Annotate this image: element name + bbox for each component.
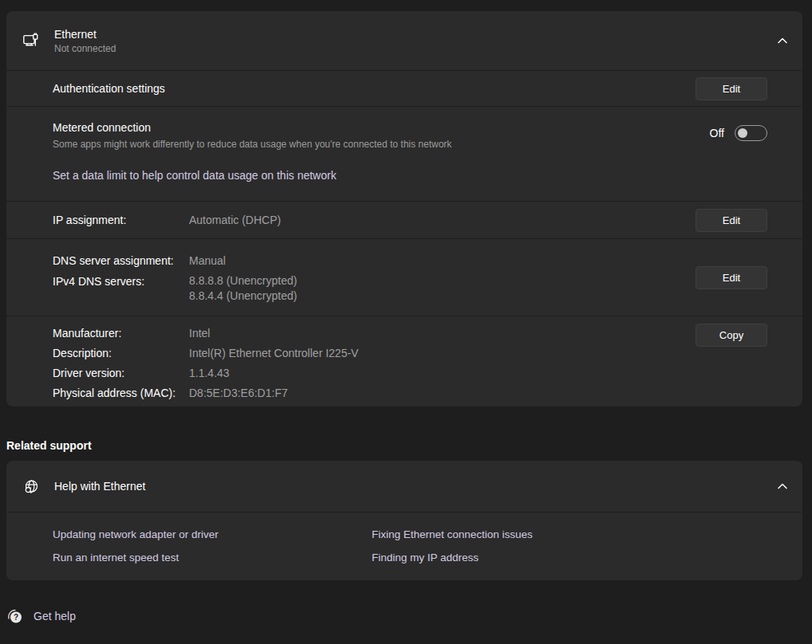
metered-toggle-state-label: Off	[710, 127, 724, 139]
ethernet-expander-header[interactable]: Ethernet Not connected	[6, 11, 802, 70]
get-help-row[interactable]: ? Get help	[6, 607, 76, 625]
help-link-speed-test[interactable]: Run an internet speed test	[53, 546, 372, 569]
manufacturer-value: Intel	[189, 324, 210, 344]
ip-assignment-value: Automatic (DHCP)	[189, 214, 281, 226]
help-link-fixing-connection[interactable]: Fixing Ethernet connection issues	[372, 523, 533, 546]
adapter-properties-row: Manufacturer: Intel Description: Intel(R…	[6, 316, 802, 402]
mac-address-label: Physical address (MAC):	[53, 383, 189, 403]
dns-assignment-row: DNS server assignment: Manual IPv4 DNS s…	[6, 238, 802, 316]
help-with-ethernet-card: Help with Ethernet Updating network adap…	[6, 461, 802, 580]
ipv4-dns-servers-label: IPv4 DNS servers:	[53, 273, 189, 304]
ip-assignment-row: IP assignment: Automatic (DHCP) Edit	[6, 201, 802, 238]
metered-connection-row: Metered connection Some apps might work …	[6, 106, 802, 201]
ipv4-dns-server-2: 8.8.4.4 (Unencrypted)	[189, 289, 297, 304]
description-label: Description:	[53, 344, 189, 363]
set-data-limit-link[interactable]: Set a data limit to help control data us…	[53, 169, 337, 182]
ethernet-icon	[22, 32, 40, 49]
authentication-settings-label: Authentication settings	[53, 82, 165, 95]
help-link-finding-ip[interactable]: Finding my IP address	[372, 546, 533, 569]
driver-version-label: Driver version:	[53, 363, 189, 383]
metered-connection-label: Metered connection	[53, 120, 802, 135]
help-links-row: Updating network adapter or driver Run a…	[6, 512, 802, 579]
metered-connection-description: Some apps might work differently to redu…	[53, 138, 802, 151]
dns-edit-button[interactable]: Edit	[696, 266, 767, 289]
toggle-knob	[738, 128, 747, 138]
ip-assignment-label: IP assignment:	[53, 214, 189, 226]
get-help-icon: ?	[6, 607, 24, 625]
driver-version-value: 1.1.4.43	[189, 363, 230, 383]
ipv4-dns-server-1: 8.8.8.8 (Unencrypted)	[189, 273, 297, 289]
get-help-link[interactable]: Get help	[34, 610, 76, 622]
ethernet-status: Not connected	[54, 42, 116, 55]
chevron-up-icon[interactable]	[777, 482, 788, 490]
related-support-heading: Related support	[6, 439, 92, 452]
help-link-updating-adapter[interactable]: Updating network adapter or driver	[53, 523, 372, 546]
description-value: Intel(R) Ethernet Controller I225-V	[189, 344, 358, 363]
help-card-title: Help with Ethernet	[54, 480, 145, 493]
authentication-settings-row: Authentication settings Edit	[6, 70, 802, 106]
ethernet-settings-card: Ethernet Not connected Authentication se…	[6, 11, 802, 406]
dns-assignment-value: Manual	[189, 253, 226, 269]
dns-assignment-label: DNS server assignment:	[53, 253, 189, 269]
ethernet-title: Ethernet	[54, 27, 116, 42]
ip-assignment-edit-button[interactable]: Edit	[696, 209, 767, 232]
metered-connection-toggle[interactable]	[735, 125, 767, 141]
svg-text:?: ?	[14, 613, 18, 622]
mac-address-value: D8:5E:D3:E6:D1:F7	[189, 383, 288, 403]
authentication-edit-button[interactable]: Edit	[696, 77, 767, 100]
help-expander-header[interactable]: Help with Ethernet	[6, 461, 802, 512]
globe-search-icon	[22, 477, 40, 495]
manufacturer-label: Manufacturer:	[53, 324, 189, 344]
copy-button[interactable]: Copy	[696, 324, 767, 347]
chevron-up-icon[interactable]	[777, 37, 788, 45]
